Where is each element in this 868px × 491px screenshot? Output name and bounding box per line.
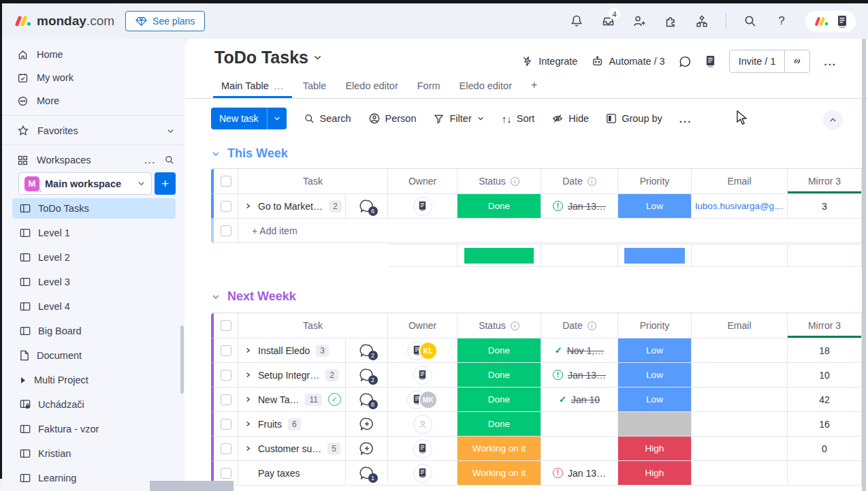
- row-checkbox[interactable]: [214, 387, 238, 412]
- date-cell[interactable]: ✓Nov 1,…: [541, 338, 618, 363]
- board-title[interactable]: ToDo Tasks: [214, 48, 308, 67]
- owner-cell[interactable]: eledo KL: [388, 338, 457, 363]
- filter-button[interactable]: Filter: [433, 113, 484, 125]
- sidebar-item-home[interactable]: Home: [17, 44, 63, 65]
- updates-cell[interactable]: 2: [346, 363, 388, 387]
- task-cell[interactable]: Install Eledo 3: [238, 338, 346, 363]
- mirror-cell[interactable]: 0: [788, 437, 862, 461]
- priority-cell[interactable]: Low: [618, 387, 692, 412]
- eledo-app-icon[interactable]: eledo: [837, 15, 848, 28]
- org-structure-icon[interactable]: [694, 14, 709, 29]
- add-item-button[interactable]: + Add item: [238, 219, 862, 243]
- select-all-checkbox[interactable]: [214, 313, 238, 338]
- updates-cell[interactable]: 6: [346, 194, 388, 219]
- status-cell[interactable]: Done: [457, 338, 541, 363]
- updates-cell[interactable]: 8: [346, 387, 388, 412]
- date-cell[interactable]: !Jan 13…: [541, 194, 618, 219]
- row-checkbox[interactable]: [214, 338, 238, 363]
- eledo-board-icon[interactable]: eledo: [705, 55, 716, 67]
- email-cell[interactable]: [692, 338, 788, 363]
- mirror-cell[interactable]: 16: [788, 412, 862, 437]
- column-status[interactable]: Statusi: [457, 169, 541, 194]
- updates-cell[interactable]: [346, 437, 388, 461]
- apps-puzzle-icon[interactable]: [663, 14, 678, 29]
- column-priority[interactable]: Priority: [618, 313, 692, 338]
- priority-cell[interactable]: High: [618, 437, 692, 461]
- sidebar-board-uchadzaci[interactable]: Uchádzači: [12, 394, 176, 415]
- workspace-selector[interactable]: M ⌂ Main workspace: [18, 172, 152, 195]
- task-cell[interactable]: Customer su… 5: [238, 437, 346, 461]
- toolbar-more-menu-icon[interactable]: ...: [679, 113, 692, 125]
- search-icon[interactable]: [743, 14, 758, 29]
- expand-row-icon[interactable]: [244, 347, 252, 354]
- status-cell[interactable]: Done: [457, 363, 541, 387]
- column-owner[interactable]: Owner: [388, 169, 457, 194]
- column-date[interactable]: Datei: [541, 169, 618, 194]
- column-mirror[interactable]: Mirror 3: [788, 169, 862, 194]
- invite-members-icon[interactable]: [632, 14, 647, 29]
- expand-row-icon[interactable]: [244, 420, 252, 428]
- tab-menu-icon[interactable]: ...: [274, 81, 284, 91]
- column-email[interactable]: Email: [692, 169, 788, 194]
- row-checkbox[interactable]: [214, 219, 238, 243]
- mirror-cell[interactable]: 3: [788, 194, 862, 219]
- group-title-this-week[interactable]: This Week: [211, 146, 288, 161]
- sidebar-item-more[interactable]: More: [17, 91, 59, 111]
- sidebar-board-faktura-vzor[interactable]: Faktura - vzor: [12, 419, 176, 439]
- column-status[interactable]: Statusi: [457, 313, 541, 338]
- add-item-row[interactable]: + Add item: [211, 219, 862, 243]
- task-cell[interactable]: Pay taxes: [238, 461, 346, 486]
- task-cell[interactable]: Fruits 6: [238, 412, 346, 437]
- column-date[interactable]: Datei: [541, 313, 618, 338]
- sidebar-board-level-4[interactable]: Level 4: [12, 296, 176, 317]
- email-cell[interactable]: [692, 461, 788, 486]
- column-email[interactable]: Email: [692, 313, 788, 338]
- email-cell[interactable]: [692, 363, 788, 387]
- task-cell[interactable]: Setup Integr… 2: [238, 363, 346, 387]
- hide-button[interactable]: Hide: [551, 112, 589, 125]
- mirror-cell[interactable]: [788, 461, 862, 486]
- inbox-icon[interactable]: 4: [600, 14, 615, 29]
- owner-cell[interactable]: eledo: [388, 461, 457, 486]
- date-cell[interactable]: !Jan 13…: [541, 461, 618, 486]
- email-cell[interactable]: lubos.husivarga@g…: [692, 194, 788, 219]
- column-priority[interactable]: Priority: [618, 169, 692, 194]
- group-collapse-chevron-icon[interactable]: [211, 149, 221, 159]
- search-button[interactable]: Search: [304, 113, 351, 125]
- email-cell[interactable]: [692, 387, 788, 412]
- sidebar-board-level-3[interactable]: Level 3: [12, 272, 176, 292]
- column-owner[interactable]: Owner: [388, 313, 457, 338]
- date-cell[interactable]: !Jan 13…: [541, 363, 618, 387]
- date-cell[interactable]: ✓Jan 10: [541, 387, 618, 412]
- task-cell[interactable]: New Ta… 11 ✓: [238, 387, 346, 412]
- tab-form[interactable]: Form: [409, 75, 449, 98]
- sidebar-board-level-1[interactable]: Level 1: [12, 223, 176, 243]
- owner-cell[interactable]: eledo: [388, 437, 457, 461]
- priority-cell[interactable]: Low: [618, 338, 692, 363]
- board-chat-icon[interactable]: [679, 55, 692, 68]
- sidebar-board-todo-tasks[interactable]: ToDo Tasks: [12, 198, 176, 219]
- summary-status-cell[interactable]: [457, 244, 541, 267]
- copy-link-button[interactable]: [784, 50, 809, 72]
- sidebar-folder-multi-project[interactable]: Multi Project: [12, 370, 176, 390]
- status-cell[interactable]: Done: [457, 194, 541, 219]
- row-checkbox[interactable]: [214, 412, 238, 437]
- group-collapse-chevron-icon[interactable]: [211, 292, 221, 302]
- sort-button[interactable]: ↑↓ Sort: [502, 113, 535, 125]
- add-view-tab-button[interactable]: +: [523, 74, 545, 98]
- expand-row-icon[interactable]: [244, 396, 252, 403]
- owner-cell[interactable]: [388, 412, 457, 437]
- monday-product-icon[interactable]: [814, 16, 829, 27]
- email-cell[interactable]: [692, 412, 788, 437]
- collapse-header-button[interactable]: [823, 110, 843, 130]
- expand-row-icon[interactable]: [244, 371, 252, 379]
- see-plans-button[interactable]: See plans: [125, 11, 205, 31]
- horizontal-scrollbar[interactable]: [150, 481, 234, 491]
- monday-logo[interactable]: monday.com: [14, 14, 114, 29]
- summary-priority-cell[interactable]: [618, 244, 692, 267]
- tab-table[interactable]: Table: [295, 75, 335, 98]
- sidebar-item-my-work[interactable]: My work: [17, 67, 74, 88]
- owner-cell[interactable]: eledo: [388, 363, 457, 387]
- column-mirror[interactable]: Mirror 3: [788, 313, 862, 338]
- new-task-button[interactable]: New task: [211, 108, 287, 129]
